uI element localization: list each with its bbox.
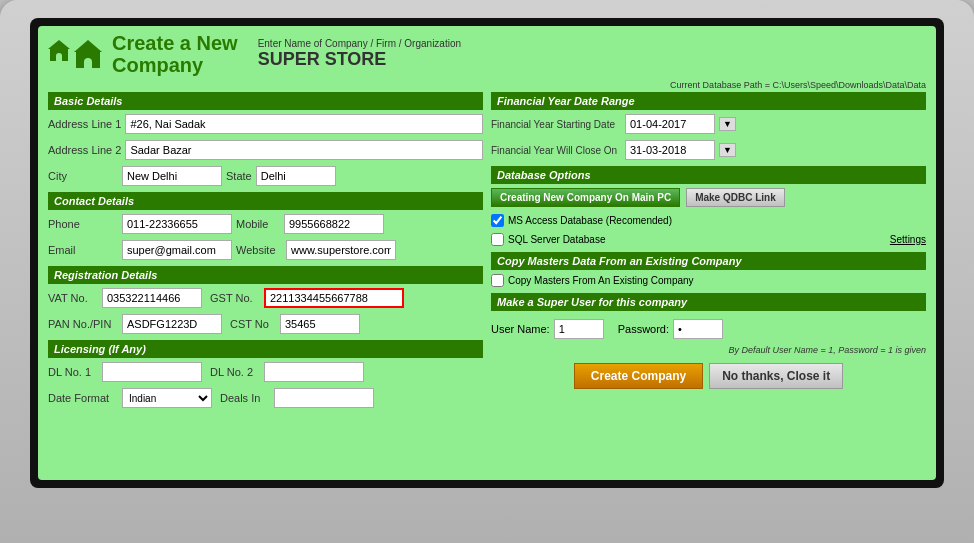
gst-label: GST No. xyxy=(210,292,260,304)
registration-details-header: Registration Details xyxy=(48,266,483,284)
company-name-value: SUPER STORE xyxy=(258,49,461,70)
password-input[interactable] xyxy=(673,319,723,339)
address2-label: Address Line 2 xyxy=(48,144,121,156)
qdbc-link-button[interactable]: Make QDBC Link xyxy=(686,188,785,207)
financial-year-header: Financial Year Date Range xyxy=(491,92,926,110)
dl2-label: DL No. 2 xyxy=(210,366,260,378)
phone-input[interactable] xyxy=(122,214,232,234)
email-label: Email xyxy=(48,244,118,256)
licensing-header: Licensing (If Any) xyxy=(48,340,483,358)
deals-in-label: Deals In xyxy=(220,392,270,404)
website-label: Website xyxy=(236,244,282,256)
cst-input[interactable] xyxy=(280,314,360,334)
create-company-button[interactable]: Create Company xyxy=(574,363,703,389)
mobile-label: Mobile xyxy=(236,218,280,230)
db-options-header: Database Options xyxy=(491,166,926,184)
db-path: Current Database Path = C:\Users\Speed\D… xyxy=(48,80,926,90)
gst-input[interactable] xyxy=(264,288,404,308)
password-label: Password: xyxy=(618,323,669,335)
address2-input[interactable] xyxy=(125,140,483,160)
close-button[interactable]: No thanks, Close it xyxy=(709,363,843,389)
cst-label: CST No xyxy=(230,318,276,330)
app-title: Create a New Company xyxy=(112,32,238,76)
dl1-label: DL No. 1 xyxy=(48,366,98,378)
create-new-company-button[interactable]: Creating New Company On Main PC xyxy=(491,188,680,207)
address1-input[interactable] xyxy=(125,114,483,134)
default-note: By Default User Name = 1, Password = 1 i… xyxy=(491,345,926,355)
contact-details-header: Contact Details xyxy=(48,192,483,210)
copy-masters-checkbox[interactable] xyxy=(491,274,504,287)
email-input[interactable] xyxy=(122,240,232,260)
basic-details-header: Basic Details xyxy=(48,92,483,110)
pan-input[interactable] xyxy=(122,314,222,334)
city-input[interactable] xyxy=(122,166,222,186)
app-logo xyxy=(48,40,102,68)
vat-label: VAT No. xyxy=(48,292,98,304)
settings-link[interactable]: Settings xyxy=(890,234,926,245)
state-label: State xyxy=(226,170,252,182)
username-input[interactable] xyxy=(554,319,604,339)
ms-access-label: MS Access Database (Recomended) xyxy=(508,215,672,226)
dl1-input[interactable] xyxy=(102,362,202,382)
fy-close-label: Financial Year Will Close On xyxy=(491,145,621,156)
pan-label: PAN No./PIN xyxy=(48,318,118,330)
super-user-header: Make a Super User for this company xyxy=(491,293,926,311)
vat-input[interactable] xyxy=(102,288,202,308)
fy-start-label: Financial Year Starting Date xyxy=(491,119,621,130)
dl2-input[interactable] xyxy=(264,362,364,382)
ms-access-checkbox[interactable] xyxy=(491,214,504,227)
copy-masters-label: Copy Masters From An Existing Company xyxy=(508,275,694,286)
fy-start-dropdown-icon[interactable]: ▼ xyxy=(719,117,736,131)
copy-masters-header: Copy Masters Data From an Existing Compa… xyxy=(491,252,926,270)
fy-start-input[interactable] xyxy=(625,114,715,134)
deals-in-input[interactable] xyxy=(274,388,374,408)
fy-close-dropdown-icon[interactable]: ▼ xyxy=(719,143,736,157)
username-label: User Name: xyxy=(491,323,550,335)
address1-label: Address Line 1 xyxy=(48,118,121,130)
sql-server-label: SQL Server Database xyxy=(508,234,605,245)
date-format-select[interactable]: Indian US xyxy=(122,388,212,408)
company-name-label: Enter Name of Company / Firm / Organizat… xyxy=(258,38,461,49)
website-input[interactable] xyxy=(286,240,396,260)
city-label: City xyxy=(48,170,118,182)
state-input[interactable] xyxy=(256,166,336,186)
date-format-label: Date Format xyxy=(48,392,118,404)
phone-label: Phone xyxy=(48,218,118,230)
sql-server-checkbox[interactable] xyxy=(491,233,504,246)
mobile-input[interactable] xyxy=(284,214,384,234)
fy-close-input[interactable] xyxy=(625,140,715,160)
